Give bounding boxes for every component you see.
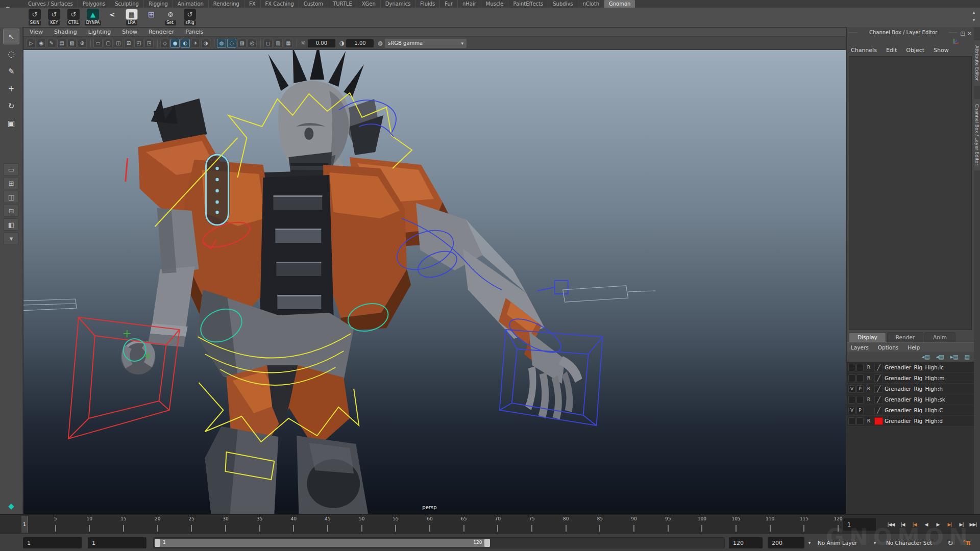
contrast-icon[interactable]: ◑ xyxy=(339,40,345,46)
key-shelf-button[interactable]: ↺KEY xyxy=(45,8,63,26)
range-handle-end[interactable] xyxy=(484,539,490,547)
smooth-shade-icon[interactable]: ● xyxy=(170,39,180,48)
viewport-menu-lighting[interactable]: Lighting xyxy=(88,29,111,35)
step-back-key-button[interactable]: |◀ xyxy=(909,518,920,531)
viewport-canvas[interactable]: persp y x xyxy=(23,50,846,514)
layer-display-type-toggle[interactable]: R xyxy=(865,374,873,382)
layer-visibility-toggle[interactable]: V xyxy=(848,407,855,414)
layer-display-type-toggle[interactable]: R xyxy=(865,385,873,393)
viewport-menu-renderer[interactable]: Renderer xyxy=(149,29,174,35)
shelf-tab-fur[interactable]: Fur xyxy=(439,0,457,8)
camera-bookmark-icon[interactable]: ▤ xyxy=(57,39,66,48)
textured-icon[interactable]: ◐ xyxy=(181,39,190,48)
layer-visibility-toggle[interactable] xyxy=(848,374,855,382)
range-preset-dropdown-icon[interactable]: ▾ xyxy=(805,538,814,547)
field-chart-icon[interactable]: ⊞ xyxy=(124,39,133,48)
layer-color-swatch[interactable]: ╱ xyxy=(874,385,883,393)
color-management-dropdown[interactable]: sRGB gamma▾ xyxy=(385,39,467,48)
shelf-tab-dynamics[interactable]: Dynamics xyxy=(380,0,415,8)
go-to-end-button[interactable]: ▶▶| xyxy=(967,518,979,531)
auto-keyframe-icon[interactable]: ↻ xyxy=(945,538,955,548)
two-pane-side-layout-button[interactable]: ◫ xyxy=(4,191,19,203)
layer-row[interactable]: R╱Grenadier_Rig_High:lc xyxy=(847,362,974,373)
exposure-field[interactable]: 0.00 xyxy=(308,39,335,47)
shelf-tab-rendering[interactable]: Rendering xyxy=(208,0,244,8)
layer-menu-help[interactable]: Help xyxy=(908,344,920,350)
shelf-scroll-up-icon[interactable]: ▴ xyxy=(973,9,975,16)
layer-display-type-toggle[interactable]: R xyxy=(865,364,873,371)
four-pane-layout-button[interactable]: ⊞ xyxy=(4,177,19,189)
side-tab-channel-box-layer-editor[interactable]: Channel Box / Layer Editor xyxy=(974,99,980,170)
ik-joint-shelf-button[interactable]: < xyxy=(103,8,121,20)
layer-playback-toggle[interactable]: P xyxy=(856,385,864,393)
grease-pencil-icon[interactable]: ✎ xyxy=(47,39,56,48)
channel-list-empty[interactable] xyxy=(849,56,972,330)
layer-color-swatch[interactable]: ╱ xyxy=(874,374,883,382)
contrast-field[interactable]: 1.00 xyxy=(346,39,374,47)
empty-layer-icon[interactable]: ▸▤ xyxy=(950,354,959,360)
shelf-scroll-arrows[interactable]: ▴ ▾ xyxy=(970,9,978,24)
snap-magnet-icon[interactable]: ◆ xyxy=(4,500,18,512)
layer-visibility-toggle[interactable] xyxy=(848,396,855,404)
layer-playback-toggle[interactable] xyxy=(856,417,864,425)
layer-color-swatch[interactable]: ╱ xyxy=(874,407,883,414)
shelf-tab-fluids[interactable]: Fluids xyxy=(415,0,439,8)
range-handle-start[interactable] xyxy=(155,539,160,547)
layer-menu-options[interactable]: Options xyxy=(878,344,899,350)
safe-title-icon[interactable]: ◳ xyxy=(144,39,154,48)
playback-range-bar[interactable]: 1 120 xyxy=(155,539,490,547)
skin-shelf-button[interactable]: ↺SKIN xyxy=(26,8,44,26)
move-layer-down-icon[interactable]: ◂▤ xyxy=(936,354,944,360)
lock-camera-icon[interactable]: ◉ xyxy=(37,39,46,48)
rig-circle-shelf-button[interactable]: ⊞ xyxy=(142,8,160,20)
shelf-tab-xgen[interactable]: XGen xyxy=(357,0,380,8)
layer-playback-toggle[interactable] xyxy=(856,374,864,382)
shelf-tab-muscle[interactable]: Muscle xyxy=(481,0,508,8)
pan-zoom-icon[interactable]: ⊕ xyxy=(78,39,87,48)
current-time-field[interactable]: 1 xyxy=(843,518,876,531)
shelf-tab-custom[interactable]: Custom xyxy=(299,0,328,8)
exposure-icon[interactable]: ☼ xyxy=(301,40,306,46)
image-plane-icon[interactable]: ▧ xyxy=(67,39,77,48)
shelf-tab-ncloth[interactable]: nCloth xyxy=(578,0,604,8)
single-pane-layout-button[interactable]: ▭ xyxy=(4,163,19,176)
layer-visibility-toggle[interactable] xyxy=(848,417,855,425)
layer-visibility-toggle[interactable]: V xyxy=(848,385,855,393)
layer-row[interactable]: VP╱Grenadier_Rig_High:C xyxy=(847,405,974,416)
gate-mask-icon[interactable]: ◫ xyxy=(114,39,123,48)
shelf-tab-sculpting[interactable]: Sculpting xyxy=(110,0,143,8)
rotate-tool[interactable]: ↻ xyxy=(3,98,19,114)
character-set-selector[interactable]: No Character Set xyxy=(886,534,932,551)
playback-end-field[interactable]: 120 xyxy=(729,537,763,548)
play-backwards-button[interactable]: ◀ xyxy=(920,518,932,531)
joints-xray-icon[interactable]: ▦ xyxy=(284,39,293,48)
layer-display-type-toggle[interactable] xyxy=(865,407,873,414)
step-forward-frame-button[interactable]: ▶| xyxy=(955,518,967,531)
shelf-tab-animation[interactable]: Animation xyxy=(173,0,208,8)
range-slider-track[interactable]: 1 120 xyxy=(153,537,725,548)
viewport-menu-shading[interactable]: Shading xyxy=(54,29,77,35)
layer-row[interactable]: RGrenadier_Rig_High:d xyxy=(847,416,974,427)
channel-box-menu-channels[interactable]: Channels xyxy=(851,47,877,54)
paint-select-tool[interactable]: ✎ xyxy=(3,63,19,79)
persp-outliner-layout-button[interactable]: ◧ xyxy=(4,218,19,231)
dynpa-shelf-button[interactable]: ▲DYNPA xyxy=(84,8,102,26)
move-tool[interactable]: + xyxy=(3,81,19,96)
srig-shelf-button[interactable]: ↺sRig xyxy=(181,8,199,26)
go-to-start-button[interactable]: |◀◀ xyxy=(885,518,897,531)
shelf-tab-fx[interactable]: FX xyxy=(244,0,260,8)
shelf-tab-turtle[interactable]: TURTLE xyxy=(328,0,357,8)
shelf-tab-fx-caching[interactable]: FX Caching xyxy=(260,0,299,8)
viewport-menu-view[interactable]: View xyxy=(30,29,43,35)
anim-layer-selector[interactable]: No Anim Layer xyxy=(818,534,857,551)
timeline-ruler[interactable]: 1 51015202530354045505560657075808590951… xyxy=(21,516,838,533)
layer-playback-toggle[interactable] xyxy=(856,396,864,404)
character-set-icon[interactable]: °π xyxy=(962,538,972,548)
screen-ao-icon[interactable]: ◍ xyxy=(217,39,226,48)
shelf-tab-subdivs[interactable]: Subdivs xyxy=(548,0,577,8)
isolate-select-icon[interactable]: ◻ xyxy=(263,39,273,48)
layout-menu-button[interactable]: ▾ xyxy=(4,232,19,244)
lights-icon[interactable]: ☀ xyxy=(191,39,200,48)
depth-of-field-icon[interactable]: ◎ xyxy=(248,39,257,48)
select-camera-icon[interactable]: ▷ xyxy=(27,39,36,48)
